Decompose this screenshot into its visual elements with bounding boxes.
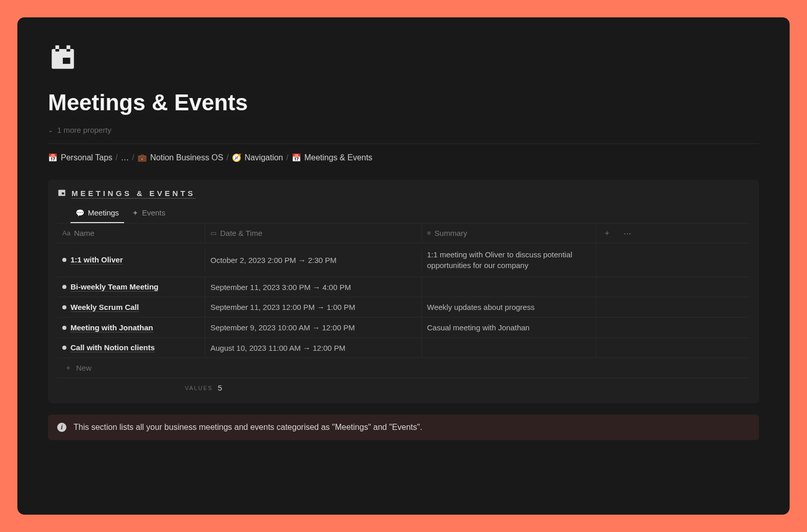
breadcrumb-separator: / [286, 153, 288, 162]
divider [48, 143, 759, 144]
breadcrumb-label: Navigation [245, 153, 283, 162]
database-table: Aa Name ▭ Date & Time ≡ Summary ＋ ⋯ 1:1 … [57, 223, 750, 392]
breadcrumb-label: Meetings & Events [304, 153, 372, 162]
breadcrumb-separator: / [226, 153, 228, 162]
chat-icon: 💬 [76, 209, 84, 217]
info-callout: i This section lists all your business m… [48, 415, 759, 440]
column-header-datetime[interactable]: ▭ Date & Time [205, 224, 422, 242]
cell-summary[interactable]: Casual meeting with Jonathan [422, 318, 597, 337]
column-header-summary[interactable]: ≡ Summary [422, 224, 597, 242]
tabs: 💬 Meetings ✦ Events [61, 204, 759, 223]
page-icon[interactable] [48, 43, 759, 75]
table-row[interactable]: Meeting with Jonathan September 9, 2023 … [57, 318, 750, 338]
cell-name[interactable]: Meeting with Jonathan [57, 318, 205, 337]
briefcase-icon: 💼 [137, 153, 147, 162]
svg-rect-3 [56, 45, 59, 49]
breadcrumb-item[interactable]: 🧭 Navigation [232, 153, 283, 162]
compass-icon: 🧭 [232, 153, 242, 162]
breadcrumb-item[interactable]: 📅 Meetings & Events [292, 153, 372, 162]
cell-name[interactable]: 1:1 with Oliver [57, 249, 205, 271]
cell-blank [617, 277, 637, 297]
breadcrumb-item[interactable]: 💼 Notion Business OS [137, 153, 223, 162]
tab-label: Meetings [88, 208, 119, 217]
table-more-button[interactable]: ⋯ [617, 224, 637, 243]
row-title: Meeting with Jonathan [70, 323, 153, 332]
database-title-row: MEETINGS & EVENTS [48, 188, 759, 204]
cell-blank [597, 250, 617, 270]
breadcrumb-separator: / [132, 153, 134, 162]
cell-datetime[interactable]: August 10, 2023 11:00 AM → 12:00 PM [205, 338, 422, 357]
tab-label: Events [142, 208, 165, 217]
calendar-icon: ▭ [210, 229, 217, 237]
table-footer: VALUES 5 [57, 378, 750, 392]
bullet-icon [62, 285, 66, 289]
svg-rect-4 [66, 45, 70, 49]
column-header-name[interactable]: Aa Name [57, 224, 205, 242]
cell-summary[interactable]: Weekly updates about progress [422, 297, 597, 317]
more-properties-toggle[interactable]: ⌄ 1 more property [48, 126, 759, 134]
breadcrumb-label: Notion Business OS [150, 153, 223, 162]
bullet-icon [62, 305, 66, 309]
bullet-icon [62, 258, 66, 262]
breadcrumb-item[interactable]: 📅 Personal Taps [48, 153, 112, 162]
add-column-button[interactable]: ＋ [597, 224, 617, 243]
cell-blank [617, 298, 637, 317]
cell-datetime[interactable]: September 11, 2023 12:00 PM → 1:00 PM [205, 298, 422, 317]
values-label: VALUES [185, 385, 213, 391]
cell-blank [597, 298, 617, 317]
cell-summary[interactable]: 1:1 meeting with Oliver to discuss poten… [422, 243, 597, 277]
cell-blank [617, 250, 637, 270]
cell-blank [597, 277, 617, 297]
table-row[interactable]: Weekly Scrum Call September 11, 2023 12:… [57, 297, 750, 318]
new-label: New [76, 364, 91, 372]
database-title[interactable]: MEETINGS & EVENTS [72, 189, 196, 199]
bullet-icon [62, 326, 66, 330]
new-row-button[interactable]: ＋ New [57, 358, 750, 378]
plus-icon: ＋ [64, 363, 72, 373]
lines-icon: ≡ [427, 229, 431, 237]
app-window: Meetings & Events ⌄ 1 more property 📅 Pe… [17, 17, 790, 515]
cell-datetime[interactable]: September 9, 2023 10:00 AM → 12:00 PM [205, 318, 422, 337]
callout-text: This section lists all your business mee… [74, 423, 422, 432]
row-title: Weekly Scrum Call [70, 303, 139, 312]
svg-rect-5 [63, 58, 70, 64]
breadcrumb-item[interactable]: … [121, 153, 129, 162]
table-row[interactable]: 1:1 with Oliver October 2, 2023 2:00 PM … [57, 243, 750, 277]
calendar-icon [57, 188, 66, 199]
cell-blank [617, 338, 637, 357]
breadcrumb: 📅 Personal Taps / … / 💼 Notion Business … [48, 153, 759, 162]
more-properties-label: 1 more property [57, 126, 111, 134]
calendar-icon [48, 43, 78, 72]
chevron-down-icon: ⌄ [48, 127, 53, 134]
page-title[interactable]: Meetings & Events [48, 90, 759, 115]
cell-blank [597, 338, 617, 357]
table-row[interactable]: Bi-weekly Team Meeting September 11, 202… [57, 277, 750, 297]
info-icon: i [57, 423, 66, 432]
table-header: Aa Name ▭ Date & Time ≡ Summary ＋ ⋯ [57, 223, 750, 243]
cell-blank [597, 318, 617, 337]
cell-name[interactable]: Weekly Scrum Call [57, 298, 205, 317]
calendar-icon: 📅 [48, 153, 58, 162]
column-label: Date & Time [220, 229, 263, 237]
cell-datetime[interactable]: October 2, 2023 2:00 PM → 2:30 PM [205, 250, 422, 271]
cell-blank [617, 318, 637, 337]
cell-datetime[interactable]: September 11, 2023 3:00 PM → 4:00 PM [205, 277, 422, 297]
cell-name[interactable]: Bi-weekly Team Meeting [57, 277, 205, 297]
values-count: 5 [218, 383, 222, 392]
table-row[interactable]: Call with Notion clients August 10, 2023… [57, 338, 750, 358]
sparkle-icon: ✦ [132, 209, 138, 217]
breadcrumb-label: Personal Taps [61, 153, 112, 162]
tab-events[interactable]: ✦ Events [127, 204, 171, 223]
tab-meetings[interactable]: 💬 Meetings [70, 204, 124, 223]
cell-summary[interactable] [422, 338, 597, 357]
cell-name[interactable]: Call with Notion clients [57, 338, 205, 357]
cell-summary[interactable] [422, 277, 597, 297]
row-title: Call with Notion clients [70, 343, 155, 352]
text-icon: Aa [62, 229, 70, 237]
breadcrumb-label: … [121, 153, 129, 162]
database-container: MEETINGS & EVENTS 💬 Meetings ✦ Events Aa… [48, 180, 759, 403]
breadcrumb-separator: / [115, 153, 117, 162]
column-label: Name [74, 229, 94, 237]
row-title: Bi-weekly Team Meeting [70, 282, 158, 292]
column-label: Summary [435, 229, 467, 237]
